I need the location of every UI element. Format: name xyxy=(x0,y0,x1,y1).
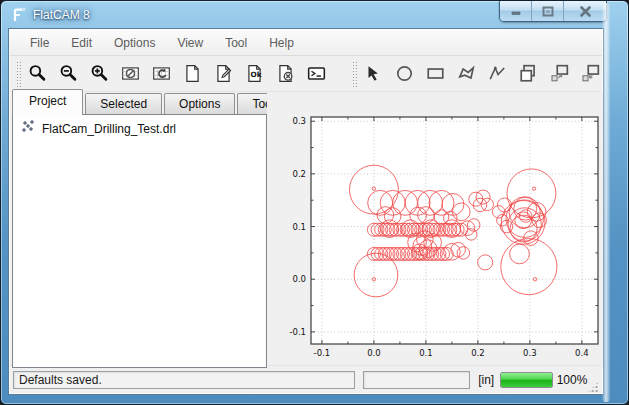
draw-polygon-icon xyxy=(457,64,476,83)
delete-object-icon xyxy=(276,64,295,83)
toolbar-handle-2[interactable] xyxy=(352,61,357,87)
svg-text:0.3: 0.3 xyxy=(523,348,537,358)
new-project-button[interactable] xyxy=(180,62,204,86)
draw-polygon-button[interactable] xyxy=(454,62,478,86)
svg-text:-0.1: -0.1 xyxy=(314,348,331,358)
copy-objects-button[interactable] xyxy=(516,62,540,86)
svg-text:0.0: 0.0 xyxy=(292,274,306,284)
svg-text:Ok: Ok xyxy=(250,70,261,79)
svg-text:0.2: 0.2 xyxy=(471,348,485,358)
paste-geometry-button[interactable] xyxy=(578,62,602,86)
tree-item-label: FlatCam_Drilling_Test.drl xyxy=(42,122,176,136)
shell-button[interactable] xyxy=(304,62,328,86)
toolbar-handle[interactable] xyxy=(16,61,21,87)
open-project-icon xyxy=(214,64,233,83)
maximize-icon xyxy=(542,6,554,17)
select-icon xyxy=(364,64,383,83)
flatcam-logo-icon xyxy=(11,7,27,23)
copy-geometry-icon xyxy=(550,64,569,83)
units-label: [in] xyxy=(478,373,494,387)
drill-plot: -0.10.00.10.20.30.4-0.10.00.10.20.3 xyxy=(267,93,604,369)
tree-item[interactable]: FlatCam_Drilling_Test.drl xyxy=(13,115,266,140)
menu-bar: FileEditOptionsViewToolHelp xyxy=(10,30,602,56)
draw-rectangle-icon xyxy=(426,64,445,83)
svg-text:0.0: 0.0 xyxy=(367,348,381,358)
maximize-button[interactable] xyxy=(532,1,564,21)
project-tree[interactable]: FlatCam_Drilling_Test.drl xyxy=(12,114,267,368)
zoom-out-icon xyxy=(59,64,78,83)
menu-view[interactable]: View xyxy=(167,33,213,53)
tab-selected[interactable]: Selected xyxy=(85,93,162,115)
zoom-fit-button[interactable] xyxy=(25,62,49,86)
progress-bar xyxy=(500,372,552,388)
draw-circle-button[interactable] xyxy=(392,62,416,86)
replot-button[interactable] xyxy=(149,62,173,86)
notebook-tabs: ProjectSelectedOptionsTool xyxy=(12,93,289,115)
menu-file[interactable]: File xyxy=(20,33,59,53)
progress-percent-label: 100% xyxy=(557,373,588,387)
select-button[interactable] xyxy=(361,62,385,86)
svg-text:0.1: 0.1 xyxy=(292,222,306,232)
window-controls xyxy=(499,1,607,22)
svg-text:0.3: 0.3 xyxy=(292,116,306,126)
new-project-icon xyxy=(183,64,202,83)
copy-objects-icon xyxy=(519,64,538,83)
zoom-in-button[interactable] xyxy=(87,62,111,86)
menu-help[interactable]: Help xyxy=(259,33,304,53)
close-button[interactable] xyxy=(564,1,606,21)
delete-object-button[interactable] xyxy=(273,62,297,86)
close-icon xyxy=(579,6,592,17)
save-project-button[interactable]: Ok xyxy=(242,62,266,86)
clear-plot-icon xyxy=(121,64,140,83)
zoom-fit-icon xyxy=(28,64,47,83)
svg-text:-0.1: -0.1 xyxy=(289,327,306,337)
status-message: Defaults saved. xyxy=(13,371,355,389)
toolbar-geometry-group xyxy=(361,62,602,86)
zoom-out-button[interactable] xyxy=(56,62,80,86)
status-bar: Defaults saved. [in] 100% xyxy=(10,365,602,393)
tab-options[interactable]: Options xyxy=(164,93,235,115)
shell-icon xyxy=(307,64,326,83)
copy-geometry-button[interactable] xyxy=(547,62,571,86)
open-project-button[interactable] xyxy=(211,62,235,86)
draw-circle-icon xyxy=(395,64,414,83)
svg-text:0.1: 0.1 xyxy=(419,348,433,358)
draw-path-button[interactable] xyxy=(485,62,509,86)
flatcam-window: FlatCAM 8 FileEditOptionsViewToolHelp Ok… xyxy=(0,0,629,405)
tab-project[interactable]: Project xyxy=(12,89,83,115)
draw-rectangle-button[interactable] xyxy=(423,62,447,86)
menu-options[interactable]: Options xyxy=(104,33,165,53)
svg-text:0.2: 0.2 xyxy=(292,169,306,179)
status-aux-field xyxy=(363,371,470,389)
minimize-button[interactable] xyxy=(500,1,532,21)
plot-canvas[interactable]: -0.10.00.10.20.30.4-0.10.00.10.20.3 xyxy=(267,93,604,369)
save-project-icon: Ok xyxy=(245,64,264,83)
clear-plot-button[interactable] xyxy=(118,62,142,86)
minimize-icon xyxy=(510,6,522,16)
resize-grip-icon[interactable] xyxy=(587,381,599,393)
menu-edit[interactable]: Edit xyxy=(61,33,102,53)
drill-file-icon xyxy=(21,120,36,138)
paste-geometry-icon xyxy=(581,64,600,83)
menu-tool[interactable]: Tool xyxy=(215,33,257,53)
toolbar-file-group: Ok xyxy=(25,62,328,86)
draw-path-icon xyxy=(488,64,507,83)
window-title: FlatCAM 8 xyxy=(33,8,90,22)
svg-text:0.4: 0.4 xyxy=(575,348,589,358)
zoom-in-icon xyxy=(90,64,109,83)
replot-icon xyxy=(152,64,171,83)
toolbar: Ok xyxy=(10,56,602,92)
client-area: FileEditOptionsViewToolHelp Ok ProjectSe… xyxy=(8,28,604,395)
